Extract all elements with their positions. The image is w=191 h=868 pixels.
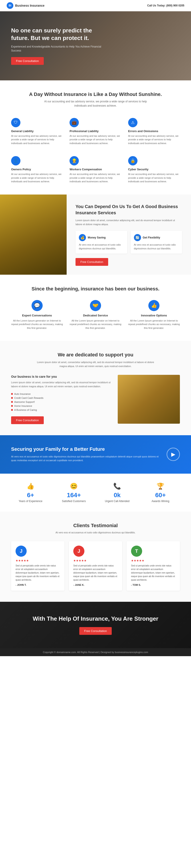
since-text-1: All the Lorem Ipsum generator on Interne… [69, 319, 121, 330]
features-grid: 🛡 General Liability At our accounting an… [11, 116, 180, 186]
dedicated-description: Lorem ipsum dolor sit amet, consectetur … [34, 361, 157, 368]
stat-item-1: 😊 164+ Satisfied Customers [55, 483, 93, 503]
feature-icon-4: 👷 [69, 156, 79, 165]
site-footer: Copyright © domainname.com. All Rights R… [0, 648, 191, 656]
stat-label-1: Satisfied Customers [55, 500, 93, 503]
dedicated-section: We are dedicated to support you Lorem ip… [0, 341, 191, 435]
banner-section: Securing your Family for a Better Future… [0, 435, 191, 474]
cta-pre: Call Us Today: [147, 4, 165, 7]
feature-item-professional-liability: 💼 Professional Liability At our accounti… [69, 116, 121, 148]
feature-icon-1: 💼 [69, 118, 79, 127]
stat-item-2: 📞 0k Urgent Call Attended [98, 483, 136, 503]
feature-item-cyber-security: 🔒 Cyber Security At our accounting and t… [128, 154, 180, 186]
depend-description: Lorem ipsum dolor sit amet, consectetur … [75, 218, 182, 226]
stat-label-0: Years of Experience [11, 500, 50, 503]
site-header: BI Business Insurance Call Us Today: (80… [0, 0, 191, 11]
dedicated-left-text: Lorem ipsum dolor sit amet, consectetur … [11, 381, 111, 389]
feature-text-2: At our accounting and tax advisory servi… [128, 134, 180, 145]
testimonials-subtitle: At vero eos et accusamus et iusto odio d… [51, 531, 140, 535]
hero-headline: No one can surely predict the future. Bu… [11, 27, 104, 42]
dedicated-image [118, 375, 180, 424]
conversations-icon: 💬 [32, 300, 43, 311]
banner-heading: Securing your Family for a Better Future [11, 446, 160, 452]
logo-icon: BI [7, 2, 13, 9]
since-heading: Since the beginning, insurance has been … [11, 286, 180, 292]
avatar-1: J [73, 546, 85, 557]
since-title-2: Innovative Options [128, 314, 180, 317]
depend-box-title-0: Money Saving [88, 236, 106, 239]
hero-section: No one can surely predict the future. Bu… [0, 11, 191, 81]
feature-title-2: Errors and Omissions [128, 129, 180, 133]
list-item-0: Auto Insurance [11, 392, 111, 396]
stars-2: ★★★★★ [131, 559, 176, 562]
stat-number-2: 0k [98, 492, 136, 499]
hero-cta-button[interactable]: Free Consultation [11, 57, 44, 65]
feature-title-4: Workers Compensation [69, 168, 121, 171]
footer-hero-cta-button[interactable]: Free Consultation [79, 627, 112, 635]
list-dot-icon [11, 397, 13, 399]
urgent-call-icon: 📞 [98, 483, 136, 490]
logo: BI Business Insurance [7, 2, 44, 9]
feature-title-0: General Liability [11, 129, 63, 133]
money-saving-icon: 💰 [79, 234, 86, 241]
dedicated-image-inner [118, 375, 180, 424]
depend-cta-button[interactable]: Free Consultation [75, 258, 108, 266]
since-text-0: All the Lorem Ipsum generator on Interne… [11, 319, 63, 330]
feature-text-4: At our accounting and tax advisory servi… [69, 172, 121, 183]
stars-1: ★★★★★ [73, 559, 118, 562]
depend-box-flexibility: 🔄 Get Flexibility At vero eos et accusam… [131, 231, 182, 254]
banner-description: At vero eos et accusamus et iusto odio d… [11, 455, 160, 463]
avatar-2: T [131, 546, 142, 557]
customers-icon: 😊 [55, 483, 93, 490]
depend-box-header-0: 💰 Money Saving [79, 234, 124, 241]
feature-text-3: At our accounting and tax advisory servi… [11, 172, 63, 183]
stars-0: ★★★★★ [15, 559, 60, 562]
list-dot-icon [11, 405, 13, 407]
list-dot-icon [11, 393, 13, 395]
dedicated-left-heading: Our business is to care for you [11, 375, 111, 378]
testimonial-text-1: Sed ut perspiciatis unde omnis iste natu… [73, 564, 118, 582]
feature-text-0: At our accounting and tax advisory servi… [11, 134, 63, 145]
years-icon: 👍 [11, 483, 50, 490]
testimonial-text-0: Sed ut perspiciatis unde omnis iste natu… [15, 564, 60, 582]
list-item-1: Credit Card Cash Rewards [11, 396, 111, 400]
feature-item-general-liability: 🛡 General Liability At our accounting an… [11, 116, 63, 148]
feature-icon-2: ⚠ [128, 118, 137, 127]
depend-box-title-1: Get Flexibility [143, 236, 160, 239]
depend-box-text-1: At vero eos et accusamus et iusto odio d… [134, 243, 179, 250]
depend-box-money: 💰 Money Saving At vero eos et accusamus … [75, 231, 127, 254]
depend-box-text-0: At vero eos et accusamus et iusto odio d… [79, 243, 124, 250]
feature-title-5: Cyber Security [128, 168, 180, 171]
dedicated-inner: Our business is to care for you Lorem ip… [11, 375, 180, 424]
since-item-0: 💬 Expert Conversations All the Lorem Ips… [11, 300, 63, 330]
testimonials-heading: Clients Testimonial [11, 523, 180, 528]
flexibility-icon: 🔄 [134, 234, 141, 241]
dedicated-list: Auto Insurance Credit Card Cash Rewards … [11, 392, 111, 412]
depend-image [0, 194, 67, 275]
dedicated-cta-button[interactable]: Free Consultation [11, 416, 44, 424]
since-section: Since the beginning, insurance has been … [0, 275, 191, 341]
since-grid: 💬 Expert Conversations All the Lorem Ips… [11, 300, 180, 330]
play-icon: ▶ [171, 451, 175, 458]
hero-content: No one can surely predict the future. Bu… [11, 27, 104, 65]
awards-icon: 🏆 [141, 483, 180, 490]
testimonial-name-1: - JANE K. [73, 584, 118, 586]
stat-item-3: 🏆 60+ Awards Wining [141, 483, 180, 503]
play-button[interactable]: ▶ [166, 448, 180, 461]
insurance-section: A Day Without Insurance is Like a Day Wi… [0, 81, 191, 194]
service-icon: 🤝 [90, 300, 101, 311]
testimonials-section: Clients Testimonial At vero eos et accus… [0, 512, 191, 602]
feature-icon-5: 🔒 [128, 156, 137, 165]
stats-section: 👍 6+ Years of Experience 😊 164+ Satisfie… [0, 474, 191, 512]
banner-content: Securing your Family for a Better Future… [11, 446, 160, 463]
feature-item-owners-policy: 👤 Owners Policy At our accounting and ta… [11, 154, 63, 186]
insurance-heading: A Day Without Insurance is Like a Day Wi… [11, 92, 180, 97]
since-item-2: 👍 Innovative Options All the Lorem Ipsum… [128, 300, 180, 330]
depend-section: You Can Depend On Us To Get A Good Busin… [0, 194, 191, 275]
since-title-0: Expert Conversations [11, 314, 63, 317]
depend-heading: You Can Depend On Us To Get A Good Busin… [75, 204, 182, 216]
testimonial-text-2: Sed ut perspiciatis unde omnis iste natu… [131, 564, 176, 582]
phone-number: (800) 900 0205 [166, 4, 184, 7]
testimonial-name-0: - JOHN T. [15, 584, 60, 586]
stat-item-0: 👍 6+ Years of Experience [11, 483, 50, 503]
